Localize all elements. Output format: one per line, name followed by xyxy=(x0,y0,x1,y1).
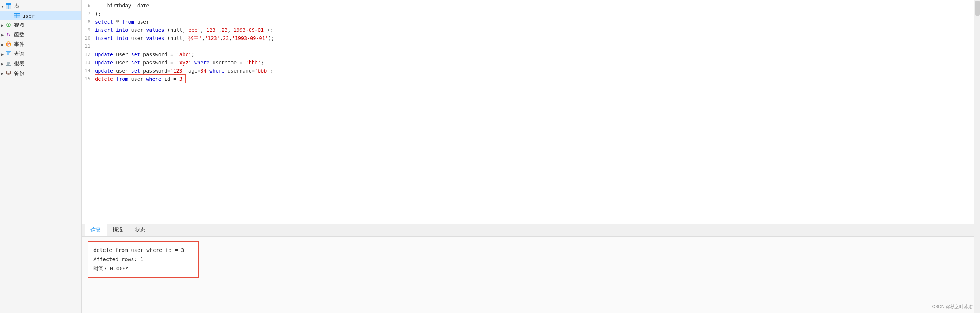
line-content-9: insert into user values (null,'bbb','123… xyxy=(95,26,974,34)
watermark: CSDN @秋之叶落殇 xyxy=(932,304,973,310)
result-box: delete from user where id = 3 Affected r… xyxy=(88,241,199,278)
line-num-9: 9 xyxy=(81,26,95,34)
line-num-15: 15 xyxy=(81,75,95,83)
code-row-8: 8 select * from user xyxy=(81,18,974,26)
line-content-6: birthday date xyxy=(95,2,974,9)
line-num-6: 6 xyxy=(81,2,95,9)
svg-rect-5 xyxy=(14,13,20,14)
sidebar-item-events[interactable]: ▶ ⏰ 事件 xyxy=(0,40,81,49)
main-area: 6 birthday date 7 ); 8 select * from use… xyxy=(81,0,974,313)
sidebar-item-tables[interactable]: ▼ 表 xyxy=(0,2,81,11)
code-editor[interactable]: 6 birthday date 7 ); 8 select * from use… xyxy=(81,0,974,224)
line-content-15: delete from user where id = 3; xyxy=(95,75,974,83)
code-row-6: 6 birthday date xyxy=(81,2,974,9)
line-content-13: update user set password = 'xyz' where u… xyxy=(95,58,974,67)
svg-point-9 xyxy=(8,24,9,25)
tab-info[interactable]: 信息 xyxy=(84,224,107,236)
line-num-13: 13 xyxy=(81,58,95,67)
code-row-12: 12 update user set password = 'abc'; xyxy=(81,51,974,58)
chevron-right-icon: ▶ xyxy=(2,23,4,27)
code-row-11: 11 xyxy=(81,42,974,51)
table-icon xyxy=(5,3,12,9)
scrollbar[interactable] xyxy=(974,0,980,313)
code-row-9: 9 insert into user values (null,'bbb','1… xyxy=(81,26,974,34)
line-content-11 xyxy=(95,42,974,51)
tab-status[interactable]: 状态 xyxy=(129,224,151,236)
event-icon: ⏰ xyxy=(5,41,12,48)
chevron-right-icon-6: ▶ xyxy=(2,71,4,76)
code-row-7: 7 ); xyxy=(81,9,974,18)
backup-label: 备份 xyxy=(14,70,24,77)
svg-rect-1 xyxy=(6,3,11,5)
chevron-right-icon-4: ▶ xyxy=(2,52,4,56)
chevron-right-icon-3: ▶ xyxy=(2,43,4,47)
line-content-7: ); xyxy=(95,9,974,18)
code-lines: 6 birthday date 7 ); 8 select * from use… xyxy=(81,0,974,84)
query-icon xyxy=(5,51,12,57)
line-num-10: 10 xyxy=(81,34,95,42)
sidebar-item-reports[interactable]: ▶ 报表 xyxy=(0,59,81,68)
code-row-13: 13 update user set password = 'xyz' wher… xyxy=(81,58,974,67)
table-item-icon xyxy=(13,13,20,19)
line-content-14: update user set password='123',age=34 wh… xyxy=(95,67,974,75)
line-num-12: 12 xyxy=(81,51,95,58)
sidebar-item-queries[interactable]: ▶ 查询 xyxy=(0,49,81,59)
result-query: delete from user where id = 3 xyxy=(94,246,193,255)
chevron-down-icon: ▼ xyxy=(2,5,4,8)
chevron-right-icon-2: ▶ xyxy=(2,33,4,37)
sidebar-item-backup[interactable]: ▶ 备份 xyxy=(0,68,81,78)
code-row-15: 15 delete from user where id = 3; xyxy=(81,75,974,83)
events-label: 事件 xyxy=(14,41,24,48)
code-row-10: 10 insert into user values (null,'张三','1… xyxy=(81,34,974,42)
queries-label: 查询 xyxy=(14,51,24,57)
bottom-panel: 信息 概况 状态 delete from user where id = 3 A… xyxy=(81,224,974,313)
scrollbar-thumb[interactable] xyxy=(975,1,980,16)
reports-label: 报表 xyxy=(14,60,24,67)
code-row-14: 14 update user set password='123',age=34… xyxy=(81,67,974,75)
line-num-8: 8 xyxy=(81,18,95,26)
sidebar: ▼ 表 user ▶ 视图 ▶ fx 函数 ▶ ⏰ 事件 ▶ xyxy=(0,0,81,313)
sidebar-item-functions[interactable]: ▶ fx 函数 xyxy=(0,30,81,40)
tab-overview[interactable]: 概况 xyxy=(107,224,129,236)
result-affected: Affected rows: 1 xyxy=(94,255,193,264)
svg-text:⏰: ⏰ xyxy=(7,42,11,47)
sidebar-item-views[interactable]: ▶ 视图 xyxy=(0,21,81,30)
view-icon xyxy=(5,22,12,28)
line-num-11: 11 xyxy=(81,42,95,51)
bottom-content: delete from user where id = 3 Affected r… xyxy=(81,237,974,313)
user-table-label: user xyxy=(22,13,35,19)
tables-label: 表 xyxy=(14,3,19,9)
bottom-tabs: 信息 概况 状态 xyxy=(81,224,974,237)
chevron-right-icon-5: ▶ xyxy=(2,62,4,66)
line-content-10: insert into user values (null,'张三','123'… xyxy=(95,34,974,42)
functions-label: 函数 xyxy=(14,32,24,38)
line-num-14: 14 xyxy=(81,67,95,75)
report-icon xyxy=(5,61,12,67)
sidebar-item-user[interactable]: user xyxy=(0,11,81,21)
line-content-8: select * from user xyxy=(95,18,974,26)
func-icon: fx xyxy=(5,32,12,38)
backup-icon xyxy=(5,70,12,77)
svg-point-20 xyxy=(6,71,11,73)
result-time: 时间: 0.006s xyxy=(94,264,193,273)
line-content-12: update user set password = 'abc'; xyxy=(95,51,974,58)
views-label: 视图 xyxy=(14,22,24,28)
line-num-7: 7 xyxy=(81,9,95,18)
